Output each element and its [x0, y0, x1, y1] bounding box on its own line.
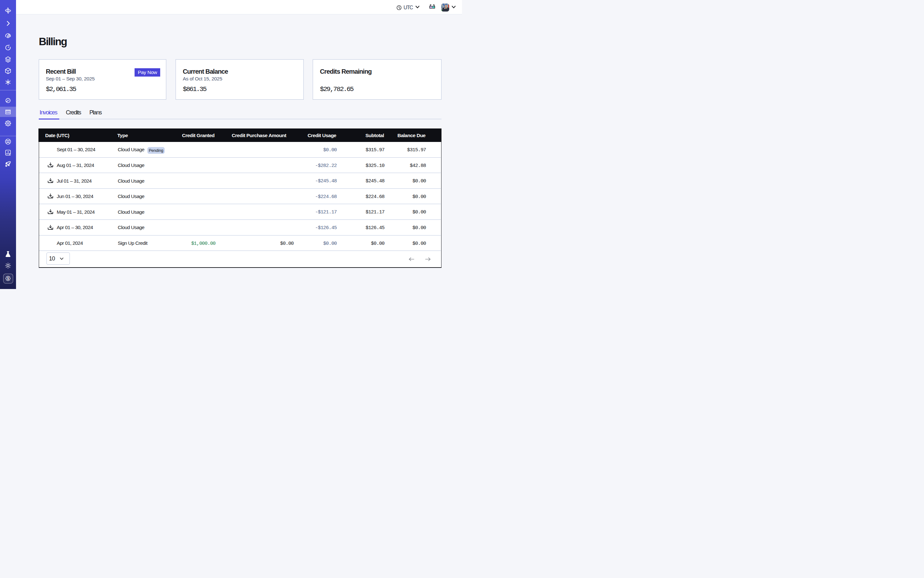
svg-text:$: $	[7, 276, 9, 280]
